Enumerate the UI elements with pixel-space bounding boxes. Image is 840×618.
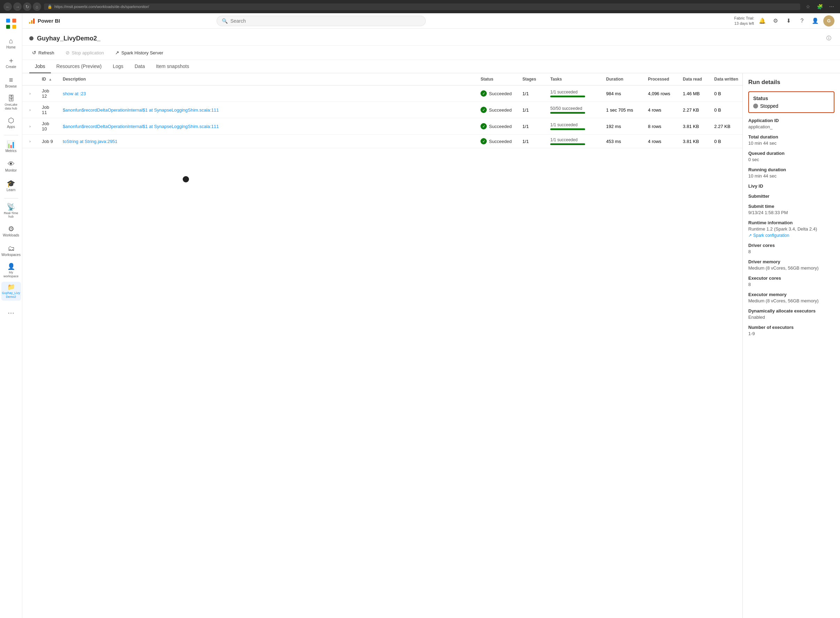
refresh-button[interactable]: ↻ (23, 3, 31, 11)
jobs-tbody: › Job 12 show at :23 ✓ Succeeded 1/1 1/1… (22, 85, 742, 148)
num-executors-section: Number of executors 1-9 (748, 325, 834, 336)
toolbar: ↺ Refresh ⊘ Stop application ↗ Spark His… (22, 46, 840, 60)
stop-app-button[interactable]: ⊘ Stop application (63, 49, 107, 57)
task-progress-0: 1/1 succeeded (550, 90, 598, 97)
expand-button-3[interactable]: › (27, 138, 34, 145)
executor-cores-value: 8 (748, 282, 834, 287)
search-bar[interactable]: 🔍 (217, 16, 426, 26)
waffle-menu[interactable] (1, 16, 21, 31)
search-input[interactable] (230, 18, 420, 24)
forward-button[interactable]: → (13, 3, 22, 11)
sidebar-item-browse[interactable]: ≡ Browse (1, 73, 21, 91)
stages-value-2: 1/1 (522, 124, 528, 129)
col-id-header[interactable]: ID ▲ (38, 73, 59, 85)
num-executors-label: Number of executors (748, 325, 834, 330)
tab-jobs[interactable]: Jobs (29, 60, 51, 73)
running-duration-section: Running duration 10 min 44 sec (748, 167, 834, 178)
onelake-icon: 🗄 (8, 95, 15, 102)
tab-logs[interactable]: Logs (107, 60, 129, 73)
tab-data[interactable]: Data (129, 60, 151, 73)
sidebar-item-workloads[interactable]: ⚙ Workloads (1, 222, 21, 240)
app-shell: ⌂ Home ＋ Create ≡ Browse 🗄 OneLake data … (0, 13, 840, 618)
sidebar-item-home[interactable]: ⌂ Home (1, 34, 21, 52)
bookmark-button[interactable]: ☆ (803, 3, 813, 11)
download-button[interactable]: ⬇ (784, 16, 794, 26)
col-stages-header: Stages (518, 73, 546, 85)
more-button[interactable]: ⋯ (827, 3, 837, 11)
tab-snapshots[interactable]: Item snapshots (150, 60, 194, 73)
expand-button-0[interactable]: › (27, 90, 34, 97)
run-details-panel: Run details Status Stopped Application I… (742, 73, 840, 618)
browser-action-buttons[interactable]: ☆ 🧩 ⋯ (803, 3, 837, 11)
extensions-button[interactable]: 🧩 (815, 3, 825, 11)
job-desc-link-0[interactable]: show at :23 (63, 91, 86, 96)
total-duration-label: Total duration (748, 134, 834, 140)
help-button[interactable]: ? (797, 16, 807, 26)
col-dataread-header: Data read (678, 73, 710, 85)
job-desc-link-2[interactable]: $anonfun$recordDeltaOperationInternal$1 … (63, 124, 219, 129)
table-header-row: ID ▲ Description Status St (22, 73, 742, 85)
url-text: https://msit.powerbi.com/workloads/de-ds… (54, 4, 149, 9)
jobs-table: ID ▲ Description Status St (22, 73, 742, 148)
sidebar-item-learn[interactable]: 🎓 Learn (1, 177, 21, 195)
workloads-icon: ⚙ (8, 225, 14, 232)
sidebar-item-metrics[interactable]: 📊 Metrics (1, 138, 21, 156)
app-id-label: Application ID (748, 118, 834, 123)
job-desc-link-3[interactable]: toString at String.java:2951 (63, 139, 117, 144)
table-row: › Job 12 show at :23 ✓ Succeeded 1/1 1/1… (22, 85, 742, 102)
sidebar-item-more[interactable]: … (1, 302, 21, 320)
user-avatar[interactable]: G (823, 15, 834, 27)
sidebar-item-realtime[interactable]: 📡 Real-Time hub (1, 201, 21, 221)
sidebar-item-workspaces[interactable]: 🗂 Workspaces (1, 242, 21, 260)
info-button[interactable]: ⓘ (825, 34, 833, 43)
browser-chrome: ← → ↻ ⌂ 🔒 https://msit.powerbi.com/workl… (0, 0, 840, 13)
loading-indicator (183, 176, 189, 183)
back-button[interactable]: ← (3, 3, 12, 11)
runtime-info-section: Runtime information Runtime 1.2 (Spark 3… (748, 220, 834, 238)
status-stopped: Stopped (753, 103, 830, 109)
dataread-value-0: 1.46 MB (683, 91, 699, 96)
demo-icon: 📁 (7, 284, 15, 290)
status-value-1: Succeeded (489, 107, 512, 113)
dynamic-alloc-label: Dynamically allocate executors (748, 308, 834, 313)
app-id-section: Application ID application_ (748, 118, 834, 129)
sidebar-divider-1 (4, 135, 18, 135)
expand-button-1[interactable]: › (27, 106, 34, 113)
executor-memory-section: Executor memory Medium (8 vCores, 56GB m… (748, 292, 834, 303)
expand-button-2[interactable]: › (27, 123, 34, 130)
lock-icon: 🔒 (47, 4, 52, 9)
sidebar-item-learn-label: Learn (7, 188, 16, 192)
sidebar-item-demo[interactable]: 📁 Guyhay_Livy Demo2 (1, 282, 21, 301)
notification-button[interactable]: 🔔 (757, 16, 767, 26)
sidebar-item-apps[interactable]: ⬡ Apps (1, 114, 21, 132)
monitor-icon: 👁 (8, 160, 15, 167)
tab-resources[interactable]: Resources (Preview) (51, 60, 107, 73)
sidebar-item-onelake[interactable]: 🗄 OneLake data hub (1, 93, 21, 113)
browser-nav[interactable]: ← → ↻ ⌂ (3, 3, 41, 11)
stages-value-3: 1/1 (522, 139, 528, 144)
home-button[interactable]: ⌂ (33, 3, 41, 11)
app-brand-name: Power BI (38, 18, 60, 24)
sidebar-item-myworkspace[interactable]: 👤 My workspace (1, 261, 21, 281)
app-id-value: application_ (748, 124, 834, 129)
settings-button[interactable]: ⚙ (770, 16, 781, 26)
spark-config-link[interactable]: ↗ Spark configuration (748, 233, 834, 238)
url-bar[interactable]: 🔒 https://msit.powerbi.com/workloads/de-… (44, 3, 800, 10)
jobs-panel: ID ▲ Description Status St (22, 73, 742, 618)
job-desc-link-1[interactable]: $anonfun$recordDeltaOperationInternal$1 … (63, 107, 219, 113)
sidebar-item-monitor[interactable]: 👁 Monitor (1, 157, 21, 176)
refresh-button[interactable]: ↺ Refresh (29, 49, 57, 57)
sidebar-item-demo-label: Guyhay_Livy Demo2 (2, 291, 20, 299)
job-id-0: Job 12 (42, 88, 49, 99)
processed-value-1: 4 rows (648, 107, 661, 113)
browse-icon: ≡ (9, 76, 13, 83)
top-bar: Power BI 🔍 Fabric Trial: 13 days left 🔔 … (22, 13, 840, 28)
spark-history-button[interactable]: ↗ Spark History Server (112, 49, 166, 57)
dynamic-alloc-section: Dynamically allocate executors Enabled (748, 308, 834, 320)
workspaces-icon: 🗂 (8, 245, 15, 252)
sidebar-item-create[interactable]: ＋ Create (1, 54, 21, 72)
driver-memory-label: Driver memory (748, 259, 834, 264)
share-button[interactable]: 👤 (810, 16, 821, 26)
queued-duration-section: Queued duration 0 sec (748, 151, 834, 162)
queued-duration-label: Queued duration (748, 151, 834, 156)
